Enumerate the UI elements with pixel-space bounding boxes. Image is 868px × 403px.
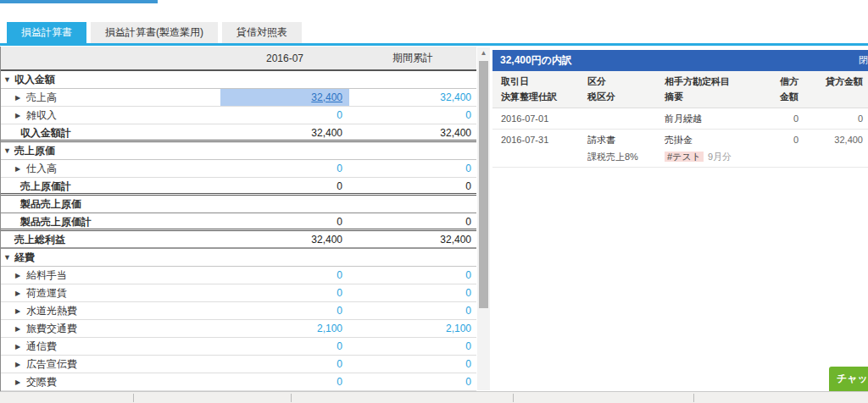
entry-date: 2016-07-31 bbox=[501, 131, 587, 148]
entry-kubun: 請求書 bbox=[587, 131, 665, 148]
pl-table-row: ▼収入金額 bbox=[1, 71, 476, 89]
row-marker-icon: ▼ bbox=[3, 142, 14, 159]
pl-cell-period[interactable] bbox=[349, 249, 476, 266]
row-marker-icon: ▶ bbox=[15, 374, 26, 390]
entry-subline: 課税売上8% #テスト9月分 bbox=[492, 148, 868, 165]
pl-row-label: 製品売上原価計 bbox=[20, 216, 92, 228]
tab-balance-sheet[interactable]: 貸借対照表 bbox=[222, 22, 302, 43]
row-marker-icon: ▶ bbox=[15, 339, 26, 355]
pl-table-row: 製品売上原価計 0 0 bbox=[1, 213, 476, 231]
pl-cell-month[interactable] bbox=[220, 249, 349, 266]
pl-cell-month[interactable] bbox=[220, 71, 349, 88]
row-marker-icon: ▶ bbox=[15, 356, 26, 373]
pl-row-label: 広告宣伝費 bbox=[26, 358, 77, 370]
col-closing-entry: 決算整理仕訳 bbox=[501, 89, 587, 104]
scrollbar-thumb[interactable] bbox=[479, 61, 488, 308]
breakdown-entry-row[interactable]: 2016-07-31 請求書 売掛金 0 32,400 課税売上8% #テスト9… bbox=[492, 130, 868, 168]
pl-cell-month[interactable]: 0 bbox=[220, 267, 349, 284]
tab-profit-loss-manufacturing[interactable]: 損益計算書(製造業用) bbox=[91, 22, 218, 43]
footer-divider bbox=[133, 394, 134, 402]
col-tax-class: 税区分 bbox=[587, 89, 665, 104]
pl-cell-month[interactable]: 0 bbox=[220, 338, 349, 355]
pl-row-label: 売上原価計 bbox=[20, 180, 71, 192]
pl-table-row: ▶給料手当 0 0 bbox=[1, 267, 476, 284]
pl-table-row: 製品売上原価 bbox=[1, 196, 476, 213]
row-marker-icon: ▶ bbox=[15, 303, 26, 319]
top-edge-bar bbox=[0, 0, 158, 3]
close-button[interactable]: 閉じる bbox=[859, 50, 868, 71]
pl-cell-period[interactable] bbox=[349, 71, 476, 88]
pl-row-label: 水道光熱費 bbox=[26, 305, 77, 317]
pl-row-label: 給料手当 bbox=[26, 269, 67, 281]
pl-cell-period[interactable]: 0 bbox=[349, 373, 476, 390]
row-marker-icon: ▼ bbox=[3, 249, 14, 266]
pl-table-row: ▶旅費交通費 2,100 2,100 bbox=[1, 320, 476, 338]
entry-debit: 0 bbox=[775, 110, 804, 127]
profit-loss-table: 2016-07 期間累計 ▼収入金額 ▶売上高 32,400 32,400 ▶雑… bbox=[0, 47, 476, 391]
pl-cell-month[interactable]: 32,400 bbox=[220, 89, 349, 106]
pl-table-row: ▶通信費 0 0 bbox=[1, 338, 476, 356]
entry-credit: 0 bbox=[804, 110, 868, 127]
row-marker-icon: ▶ bbox=[15, 285, 26, 301]
pl-cell-period[interactable] bbox=[349, 142, 476, 159]
pl-cell-month[interactable]: 0 bbox=[220, 213, 349, 230]
pl-cell-period[interactable] bbox=[349, 196, 476, 213]
pl-cell-period[interactable]: 32,400 bbox=[349, 89, 476, 106]
pl-cell-month[interactable] bbox=[220, 142, 349, 159]
breakdown-entry-row[interactable]: 2016-07-01 前月繰越 0 0 bbox=[492, 108, 868, 130]
pl-header-month: 2016-07 bbox=[220, 52, 349, 64]
pl-table-row: ▶仕入高 0 0 bbox=[1, 160, 476, 178]
pl-cell-period[interactable]: 0 bbox=[349, 213, 476, 230]
row-marker-icon: ▶ bbox=[15, 90, 26, 106]
pl-cell-period[interactable]: 2,100 bbox=[349, 320, 476, 337]
pl-row-label: 仕入高 bbox=[26, 163, 57, 174]
pl-cell-month[interactable]: 2,100 bbox=[220, 320, 349, 337]
pl-cell-period[interactable]: 0 bbox=[349, 107, 476, 124]
pl-cell-period[interactable]: 0 bbox=[349, 338, 476, 355]
breakdown-panel: 32,400円の内訳 閉じる 取引日 区分 相手方勘定科目 借方金額 貸方金額 … bbox=[492, 50, 868, 391]
pl-cell-month[interactable]: 0 bbox=[220, 284, 349, 301]
pl-row-label: 売上高 bbox=[26, 91, 57, 103]
pl-table-row: ▶荷造運賃 0 0 bbox=[1, 284, 476, 302]
breakdown-title: 32,400円の内訳 bbox=[500, 54, 572, 66]
vertical-scrollbar[interactable]: ▲ bbox=[477, 47, 490, 390]
row-marker-icon: ▶ bbox=[15, 321, 26, 337]
pl-cell-month[interactable]: 0 bbox=[220, 373, 349, 390]
tab-profit-loss[interactable]: 損益計算書 bbox=[7, 22, 86, 43]
chat-button[interactable]: チャット bbox=[829, 367, 868, 391]
pl-cell-period[interactable]: 32,400 bbox=[349, 124, 476, 141]
pl-cell-month[interactable]: 32,400 bbox=[220, 231, 349, 248]
footer-divider bbox=[513, 394, 514, 402]
pl-cell-month[interactable]: 0 bbox=[220, 107, 349, 124]
scroll-up-icon[interactable]: ▲ bbox=[477, 47, 490, 59]
pl-table-row: ▶交際費 0 0 bbox=[1, 373, 476, 391]
pl-cell-month[interactable]: 0 bbox=[220, 302, 349, 319]
breakdown-title-bar: 32,400円の内訳 閉じる bbox=[492, 50, 868, 71]
pl-table-row: 収入金額計 32,400 32,400 bbox=[1, 124, 476, 142]
pl-cell-period[interactable]: 0 bbox=[349, 267, 476, 284]
pl-cell-period[interactable]: 0 bbox=[349, 178, 476, 195]
entry-tag: #テスト bbox=[665, 152, 704, 162]
pl-table-body: ▼収入金額 ▶売上高 32,400 32,400 ▶雑収入 0 0 収入金額計 … bbox=[1, 71, 476, 391]
pl-cell-period[interactable]: 0 bbox=[349, 160, 476, 177]
pl-row-label: 売上総利益 bbox=[14, 234, 65, 246]
bottom-strip bbox=[0, 391, 868, 403]
pl-cell-month[interactable]: 0 bbox=[220, 178, 349, 195]
pl-row-label: 通信費 bbox=[26, 340, 57, 352]
pl-cell-month[interactable]: 0 bbox=[220, 160, 349, 177]
pl-cell-period[interactable]: 0 bbox=[349, 302, 476, 319]
pl-cell-month[interactable]: 32,400 bbox=[220, 124, 349, 141]
pl-table-row: 売上原価計 0 0 bbox=[1, 178, 476, 196]
pl-cell-period[interactable]: 32,400 bbox=[349, 231, 476, 248]
entry-credit: 32,400 bbox=[804, 131, 868, 148]
pl-cell-month[interactable]: 0 bbox=[220, 356, 349, 373]
pl-header-period: 期間累計 bbox=[349, 51, 476, 65]
pl-row-label: 雑収入 bbox=[26, 109, 57, 121]
pl-table-header: 2016-07 期間累計 bbox=[1, 47, 476, 71]
pl-row-label: 旅費交通費 bbox=[26, 323, 77, 334]
pl-table-row: 売上総利益 32,400 32,400 bbox=[1, 231, 476, 249]
pl-cell-month[interactable] bbox=[220, 196, 349, 213]
pl-cell-period[interactable]: 0 bbox=[349, 284, 476, 301]
pl-cell-period[interactable]: 0 bbox=[349, 356, 476, 373]
pl-row-label: 交際費 bbox=[26, 376, 57, 388]
